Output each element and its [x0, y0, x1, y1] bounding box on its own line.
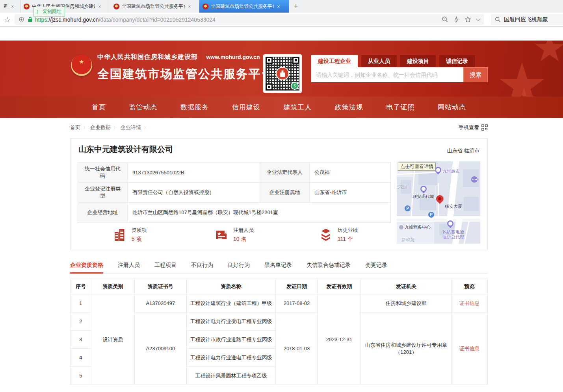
bookmark-star-icon[interactable]: ☆	[4, 15, 11, 24]
issuing-authority: 山东省住房和城乡建设厅许可专用章 （1201）	[361, 312, 452, 385]
flash-save-icon[interactable]	[454, 16, 459, 23]
parking-icon: P	[405, 205, 411, 211]
tab-bad-behavior[interactable]: 不良行为	[191, 260, 213, 274]
search-button[interactable]: 搜索	[463, 67, 488, 82]
chevron-down-icon[interactable]	[476, 17, 480, 21]
tab-close-icon[interactable]: ×	[276, 4, 281, 9]
search-tab-project[interactable]: 建设项目	[400, 55, 436, 67]
new-tab-button[interactable]: +	[289, 0, 303, 13]
certificate-info-link[interactable]: 证书信息	[459, 300, 480, 306]
tab-projects[interactable]: 工程项目	[154, 260, 177, 274]
stat-history-performance[interactable]: 历史业绩 111 个	[286, 227, 390, 243]
row-no: 5	[71, 367, 91, 385]
stat-label: 历史业绩	[338, 227, 358, 234]
tab-dishonesty-records[interactable]: 失信联合惩戒记录	[307, 260, 351, 274]
company-stats: 资质项 5 项 注册人员 10 名	[78, 227, 390, 243]
row-no: 1	[71, 294, 91, 312]
parking-icon: P	[428, 212, 434, 218]
tab-close-icon[interactable]: ×	[187, 4, 192, 9]
qr-center-logo	[276, 67, 289, 80]
nav-item-policy[interactable]: 政策法规	[335, 103, 363, 112]
issue-date: 2017-08-02	[276, 294, 318, 312]
zoom-out-icon[interactable]	[442, 16, 448, 23]
nav-item-site-news[interactable]: 网站动态	[438, 103, 466, 112]
breadcrumb-home[interactable]: 首页	[70, 124, 80, 131]
address-bar-input[interactable]: https://jzsc.mohurd.gov.cn/data/company/…	[15, 14, 484, 25]
search-tab-credit[interactable]: 诚信记录	[439, 55, 475, 67]
nav-item-supervision[interactable]: 监管动态	[129, 103, 158, 112]
stat-qualifications[interactable]: 资质项 5 项	[78, 227, 182, 243]
breadcrumb-company-detail[interactable]: 企业详情	[121, 124, 141, 131]
stat-registered-personnel[interactable]: 注册人员 10 名	[182, 227, 286, 243]
nav-item-home[interactable]: 首页	[92, 103, 106, 112]
reg-type-label: 企业登记注册类型	[78, 183, 128, 203]
breadcrumb-company-data[interactable]: 企业数据	[90, 124, 111, 131]
page-url: https://jzsc.mohurd.gov.cn/data/company/…	[35, 17, 216, 23]
site-title: 全国建筑市场监管公共服务平台	[97, 66, 274, 82]
browser-quick-search[interactable]	[491, 14, 563, 25]
table-row: 1 设计资质 A137030497 工程设计建筑行业（建筑工程）甲级 2017-…	[71, 294, 488, 312]
mobile-view-link[interactable]: 手机查看	[459, 124, 488, 131]
company-info-table: 统一社会信用代码 91371302675501022B 企业法定代表人 公茂福 …	[78, 162, 391, 223]
browser-tab-0[interactable]: 界 ×	[0, 0, 20, 13]
map-label-xinhuayuan: 新华苑	[401, 237, 414, 243]
qualification-name: 工程设计市政行业道路工程专业丙级	[186, 331, 276, 349]
copy-icon	[37, 10, 41, 14]
browser-tab-3-active[interactable]: 全国建筑市场监管公共服务平台 ×	[199, 0, 289, 13]
tab-change-records[interactable]: 变更记录	[365, 260, 387, 274]
reg-area-value: 山东省-临沂市	[310, 183, 391, 203]
reg-area-label: 企业注册属地	[260, 183, 310, 203]
browser-url-bar: ☆ https://jzsc.mohurd.gov.cn/data/compan…	[0, 13, 563, 27]
map-label-lianan-city: 联安现代城	[412, 194, 434, 200]
tab-close-icon[interactable]: ×	[10, 4, 15, 9]
certificate-no: A137030497	[134, 294, 186, 312]
keyword-search-input[interactable]	[311, 67, 463, 82]
company-location-map[interactable]: 点击可查看详情 九州超市 ATM 纪花园 联安现代城 联安大厦 P P 九峰商务…	[397, 161, 480, 244]
qualification-name: 工程设计风景园林工程专项乙级	[186, 367, 276, 385]
tab-close-icon[interactable]: ×	[97, 4, 102, 9]
stat-value: 111 个	[338, 236, 358, 243]
search-tab-personnel[interactable]: 从业人员	[361, 55, 397, 67]
certificate-info-link[interactable]: 证书信息	[459, 346, 480, 351]
site-brand: 中华人民共和国住房和城乡建设部 www.mohurd.gov.cn 全国建筑市场…	[97, 53, 274, 82]
nav-item-workers[interactable]: 建筑工人	[283, 103, 312, 112]
tab-registered-personnel[interactable]: 注册人员	[118, 260, 140, 274]
tab-qualifications[interactable]: 企业资质资格	[70, 260, 103, 274]
validity-date: 2023-12-31	[318, 294, 361, 385]
copy-url-tooltip: 复制网址	[33, 7, 65, 17]
nav-item-certificate[interactable]: 电子证照	[386, 103, 414, 112]
table-header-row: 序号 资质类别 资质证书号 资质名称 发证日期 发证有效期 发证机关 预览	[71, 279, 488, 294]
page-top-gap	[0, 27, 563, 41]
residence-pin-icon	[419, 185, 428, 194]
breadcrumb: 首页 〉 企业数据 〉 企业详情 〉 手机查看	[70, 124, 488, 131]
shield-permission-icon[interactable]	[19, 17, 24, 23]
search-icon	[495, 17, 501, 22]
nav-item-data-service[interactable]: 数据服务	[180, 103, 209, 112]
stat-value: 10 名	[233, 236, 254, 243]
map-label-battery-2: 临沂总代理	[442, 234, 464, 240]
favorite-star-icon[interactable]	[465, 16, 471, 23]
browser-tab-bar: 界 × 中华人民共和国住房和城乡建设 × 全国建筑市场监管公共服务平台 × 全国…	[0, 0, 563, 13]
qr-code-icon	[481, 124, 488, 131]
qualification-table: 序号 资质类别 资质证书号 资质名称 发证日期 发证有效期 发证机关 预览 1 …	[70, 279, 488, 385]
row-no: 4	[71, 349, 91, 367]
tab-title: 全国建筑市场监管公共服务平台	[122, 3, 185, 10]
secure-lock-icon	[28, 17, 33, 22]
browser-tab-2[interactable]: 全国建筑市场监管公共服务平台 ×	[110, 0, 199, 13]
qualification-name: 工程设计电力行业变电工程专业丙级	[186, 312, 276, 331]
tab-good-behavior[interactable]: 良好行为	[228, 260, 250, 274]
legal-rep-value: 公茂福	[310, 163, 391, 183]
credit-code-label: 统一社会信用代码	[78, 163, 128, 183]
tab-blacklist[interactable]: 黑名单记录	[264, 260, 292, 274]
quick-search-input[interactable]	[504, 17, 559, 23]
nav-item-credit[interactable]: 信用建设	[232, 103, 260, 112]
stat-value: 5 项	[132, 236, 147, 243]
credit-code-value: 91371302675501022B	[128, 163, 260, 183]
decorative-star	[498, 62, 546, 96]
site-qr-code: S	[263, 54, 302, 93]
address-label: 企业经营地址	[78, 203, 128, 223]
search-tab-enterprise[interactable]: 建设工程企业	[311, 55, 358, 67]
site-favicon-icon	[203, 4, 208, 9]
layers-icon	[319, 228, 333, 242]
site-favicon-icon	[113, 4, 119, 9]
